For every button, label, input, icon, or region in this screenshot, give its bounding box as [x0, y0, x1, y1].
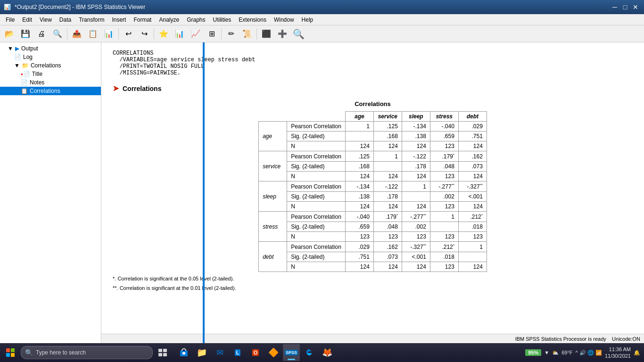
- cell: 124: [345, 262, 373, 272]
- goto-data-button[interactable]: ⭐: [156, 27, 171, 41]
- text-button[interactable]: ✏: [223, 27, 239, 41]
- menu-insert[interactable]: Insert: [108, 16, 130, 24]
- export-button[interactable]: 📤: [69, 27, 84, 41]
- cell: 124: [373, 172, 402, 181]
- cell: 1: [345, 122, 373, 132]
- cell: 1: [402, 181, 430, 192]
- nav-correlations-item[interactable]: 📋 Correlations: [0, 87, 101, 95]
- menu-file[interactable]: File: [2, 16, 18, 24]
- toolbar-sep-1: [67, 28, 67, 40]
- menu-view[interactable]: View: [36, 16, 56, 24]
- menu-utilities[interactable]: Utilities: [209, 16, 235, 24]
- table-row: N 123 123 123 123 123: [259, 232, 487, 242]
- var-stress: stress: [259, 212, 287, 242]
- variable-button[interactable]: 📊: [172, 27, 187, 41]
- table-row: Sig. (2-tailed) .168 .138 .659 .751: [259, 132, 487, 141]
- nav-log[interactable]: 📄 Log: [0, 53, 101, 61]
- open-button[interactable]: 📂: [2, 27, 17, 41]
- cell: 123: [402, 232, 430, 242]
- taskbar-clock[interactable]: 11:36 AM 11/30/2021: [605, 346, 631, 360]
- menu-data[interactable]: Data: [56, 16, 75, 24]
- cell: 124: [402, 262, 430, 272]
- cell: .179*: [373, 212, 402, 222]
- stat-label: N: [287, 141, 346, 151]
- taskbar-mail[interactable]: ✉: [211, 344, 228, 361]
- stop-button[interactable]: ⬛: [259, 27, 274, 41]
- menu-edit[interactable]: Edit: [18, 16, 36, 24]
- cell: .212*: [458, 212, 487, 222]
- undo-button[interactable]: ↩: [121, 27, 136, 41]
- taskbar-store[interactable]: [175, 344, 192, 361]
- taskbar-apps: 📁 ✉ L O 🔶 SPSS 🦊: [175, 344, 336, 361]
- maximize-button[interactable]: □: [620, 2, 630, 12]
- temperature: 69°F: [561, 350, 572, 355]
- stat-label: N: [287, 262, 346, 272]
- redo-button[interactable]: ↪: [137, 27, 152, 41]
- taskbar-edge[interactable]: [301, 344, 318, 361]
- taskbar-lync[interactable]: L: [229, 344, 246, 361]
- cell: 1: [458, 242, 487, 252]
- insert-output-button[interactable]: 📊: [101, 27, 116, 41]
- nav-output[interactable]: ▼ ▶ Output: [0, 44, 101, 53]
- menu-graphs[interactable]: Graphs: [183, 16, 209, 24]
- minimize-button[interactable]: ─: [610, 2, 619, 12]
- svg-rect-7: [163, 353, 167, 356]
- taskbar-app1[interactable]: 🔶: [265, 344, 282, 361]
- nav-correlations-group[interactable]: ▼ 📁 Correlations: [0, 61, 101, 70]
- taskbar-office[interactable]: O: [247, 344, 264, 361]
- stat-label: Pearson Correlation: [287, 242, 346, 252]
- cell: -.327**: [402, 242, 430, 252]
- unicode-status: Unicode:ON: [612, 336, 640, 342]
- menu-help[interactable]: Help: [298, 16, 317, 24]
- start-button[interactable]: [2, 344, 19, 361]
- display-button[interactable]: 📋: [85, 27, 100, 41]
- cell: <.001: [402, 252, 430, 262]
- cell: 124: [373, 202, 402, 212]
- print-preview-button[interactable]: 🔍: [50, 27, 65, 41]
- cell: 124: [345, 141, 373, 151]
- taskbar-spss[interactable]: SPSS: [283, 344, 300, 361]
- find-button[interactable]: 🔍: [291, 27, 306, 41]
- cell: -.134: [402, 122, 430, 132]
- script-button[interactable]: 📜: [239, 27, 255, 41]
- syntax-block: CORRELATIONS /VARIABLES=age service slee…: [113, 50, 633, 76]
- taskbar-firefox[interactable]: 🦊: [319, 344, 336, 361]
- cell: -.134: [345, 181, 373, 192]
- nav-title[interactable]: ● 📄 Title: [0, 70, 101, 78]
- menu-extensions[interactable]: Extensions: [235, 16, 270, 24]
- cell: 124: [345, 202, 373, 212]
- menu-format[interactable]: Format: [130, 16, 155, 24]
- output-icon: ▶: [15, 45, 19, 52]
- search-icon: 🔍: [25, 349, 33, 356]
- var-age: age: [259, 122, 287, 151]
- svg-rect-4: [158, 349, 162, 352]
- store-icon: [179, 348, 189, 357]
- expand-icon: ▼: [8, 45, 13, 52]
- print-button[interactable]: 🖨: [34, 27, 49, 41]
- battery-arrow: ▼: [544, 350, 549, 355]
- menu-analyze[interactable]: Analyze: [155, 16, 183, 24]
- notification-icon[interactable]: 🔔: [634, 350, 640, 356]
- title-bar-left: 📊 *Output2 [Document2] - IBM SPSS Statis…: [4, 4, 145, 10]
- menu-window[interactable]: Window: [270, 16, 298, 24]
- cell: .162: [373, 242, 402, 252]
- svg-rect-5: [163, 349, 167, 352]
- stat-label: Sig. (2-tailed): [287, 162, 346, 172]
- taskbar-files[interactable]: 📁: [193, 344, 210, 361]
- cell: 123: [345, 232, 373, 242]
- add-button[interactable]: ➕: [275, 27, 290, 41]
- chart-editor-button[interactable]: 📈: [188, 27, 203, 41]
- close-button[interactable]: ✕: [631, 2, 640, 12]
- save-button[interactable]: 💾: [18, 27, 33, 41]
- task-view-icon: [158, 349, 168, 356]
- cell: -.122: [373, 181, 402, 192]
- title-bar: 📊 *Output2 [Document2] - IBM SPSS Statis…: [0, 0, 644, 14]
- grid-button[interactable]: ⊞: [204, 27, 219, 41]
- taskbar-search-box[interactable]: 🔍 Type here to search: [21, 346, 153, 359]
- title-icon: 📄: [23, 71, 30, 77]
- cell: -.040: [345, 212, 373, 222]
- nav-notes[interactable]: 📄 Notes: [0, 78, 101, 87]
- stat-label: Sig. (2-tailed): [287, 252, 346, 262]
- task-view-button[interactable]: [155, 344, 172, 361]
- menu-transform[interactable]: Transform: [75, 16, 108, 24]
